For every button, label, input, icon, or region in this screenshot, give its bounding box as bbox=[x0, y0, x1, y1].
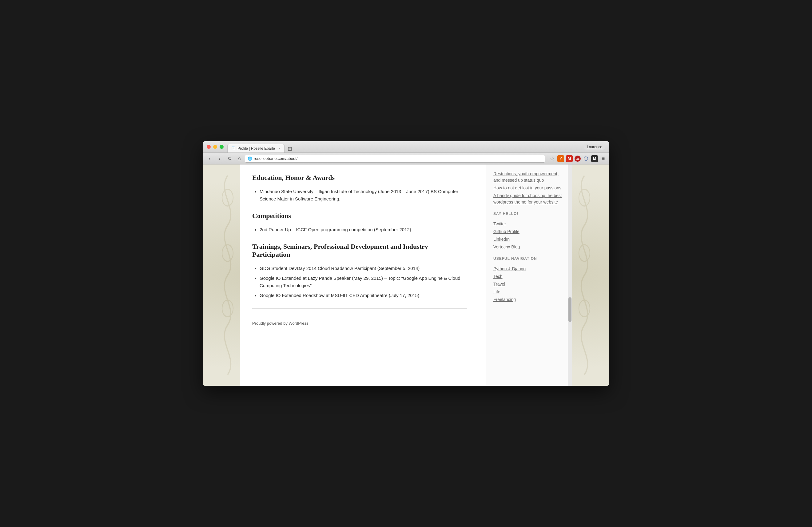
svg-point-5 bbox=[579, 300, 590, 317]
nav-link-life[interactable]: Life bbox=[493, 289, 565, 295]
sidebar-link-3[interactable]: A handy guide for choosing the best word… bbox=[493, 192, 565, 205]
tab-close-button[interactable]: × bbox=[277, 146, 282, 151]
competitions-title: Competitions bbox=[252, 212, 467, 220]
gmail-icon[interactable]: M bbox=[566, 155, 573, 162]
home-button[interactable]: ⌂ bbox=[235, 155, 244, 163]
education-list: Mindanao State University – Iligan Insti… bbox=[252, 188, 467, 203]
nav-link-freelancing[interactable]: Freelancing bbox=[493, 296, 565, 303]
content-wrapper: Education, Honor & Awards Mindanao State… bbox=[240, 164, 572, 386]
toolbar-icons: ☆ ✓ M ☁ ⬡ M ≡ bbox=[546, 155, 607, 162]
reload-button[interactable]: ↻ bbox=[225, 155, 234, 163]
svg-point-0 bbox=[222, 189, 233, 206]
list-item: 2nd Runner Up – ICCF Open programming co… bbox=[260, 226, 467, 233]
toolbar: ‹ › ↻ ⌂ 🌐 roselleebarle.com/about/ ☆ ✓ M… bbox=[203, 153, 609, 164]
svg-point-1 bbox=[222, 245, 233, 261]
main-content: Education, Honor & Awards Mindanao State… bbox=[240, 164, 486, 386]
trainings-list: GDG Student DevDay 2014 Cloud Roadshow P… bbox=[252, 265, 467, 299]
wordpress-link[interactable]: Proudly powered by WordPress bbox=[252, 321, 308, 326]
sidebar: Restrictions, youth empowerment, and mes… bbox=[486, 164, 572, 386]
say-hello-title: SAY HELLO! bbox=[493, 211, 565, 216]
education-title: Education, Honor & Awards bbox=[252, 174, 467, 182]
section-divider bbox=[252, 308, 467, 309]
menu-icon[interactable]: ≡ bbox=[600, 155, 607, 162]
linkedin-link[interactable]: LinkedIn bbox=[493, 236, 565, 243]
trello-icon[interactable]: ✓ bbox=[557, 155, 564, 162]
tab-favicon: 📄 bbox=[231, 146, 236, 150]
browser-window: 📄 Profile | Roselle Ebarle × ⊞ Laurence … bbox=[203, 141, 609, 386]
list-item: GDG Student DevDay 2014 Cloud Roadshow P… bbox=[260, 265, 467, 272]
address-text: roselleebarle.com/about/ bbox=[254, 156, 298, 161]
svg-point-3 bbox=[579, 189, 590, 206]
tabs-area: 📄 Profile | Roselle Ebarle × ⊞ bbox=[223, 141, 605, 152]
sidebar-link-1[interactable]: Restrictions, youth empowerment, and mes… bbox=[493, 171, 565, 184]
sidebar-link-2[interactable]: How to not get lost in your passions bbox=[493, 185, 565, 191]
list-item: Mindanao State University – Iligan Insti… bbox=[260, 188, 467, 203]
bookmark-star-icon[interactable]: ☆ bbox=[549, 155, 555, 162]
trainings-title: Trainings, Seminars, Professional Develo… bbox=[252, 243, 467, 259]
nav-link-python[interactable]: Python & Django bbox=[493, 266, 565, 272]
new-tab-button[interactable]: ⊞ bbox=[286, 145, 294, 152]
github-link[interactable]: Github Profile bbox=[493, 229, 565, 235]
nav-link-tech[interactable]: Tech bbox=[493, 273, 565, 280]
competitions-list: 2nd Runner Up – ICCF Open programming co… bbox=[252, 226, 467, 233]
privacy-icon[interactable]: ☁ bbox=[575, 156, 581, 162]
page-content: Education, Honor & Awards Mindanao State… bbox=[203, 164, 609, 386]
vertechx-link[interactable]: Vertechx Blog bbox=[493, 244, 565, 250]
list-item: Google IO Extended at Lazy Panda Speaker… bbox=[260, 275, 467, 289]
forward-button[interactable]: › bbox=[215, 155, 224, 163]
tab-title: Profile | Roselle Ebarle bbox=[237, 146, 275, 151]
minimize-button[interactable] bbox=[213, 145, 217, 149]
window-controls bbox=[207, 145, 223, 149]
svg-point-2 bbox=[222, 300, 233, 317]
user-label: Laurence bbox=[584, 144, 605, 150]
dark-mail-icon[interactable]: M bbox=[591, 155, 598, 162]
back-button[interactable]: ‹ bbox=[205, 155, 214, 163]
twitter-link[interactable]: Twitter bbox=[493, 221, 565, 227]
lock-icon: 🌐 bbox=[248, 157, 252, 161]
close-button[interactable] bbox=[207, 145, 211, 149]
bg-ornament-right bbox=[566, 164, 603, 386]
footer-area: Proudly powered by WordPress bbox=[252, 321, 467, 326]
list-item: Google IO Extended Roadshow at MSU-IIT C… bbox=[260, 292, 467, 299]
active-tab[interactable]: 📄 Profile | Roselle Ebarle × bbox=[227, 144, 285, 152]
address-bar[interactable]: 🌐 roselleebarle.com/about/ bbox=[245, 155, 545, 163]
maximize-button[interactable] bbox=[220, 145, 223, 149]
title-bar: 📄 Profile | Roselle Ebarle × ⊞ Laurence bbox=[203, 141, 609, 153]
nav-link-travel[interactable]: Travel bbox=[493, 281, 565, 288]
useful-nav-title: USEFUL NAVIGATION bbox=[493, 257, 565, 261]
shield-icon[interactable]: ⬡ bbox=[582, 155, 589, 162]
svg-point-4 bbox=[579, 245, 590, 261]
